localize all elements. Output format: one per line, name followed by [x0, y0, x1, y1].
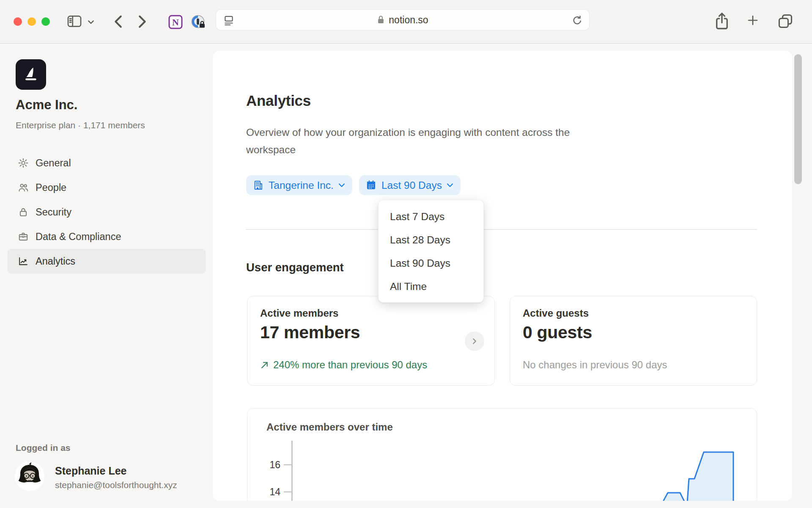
people-icon: [18, 182, 29, 193]
close-window-button[interactable]: [14, 17, 22, 26]
sidebar-item-label: Data & Compliance: [36, 231, 121, 243]
new-tab-icon[interactable]: [746, 14, 760, 27]
section-divider: [246, 229, 757, 230]
page-scrollbar-thumb[interactable]: [794, 54, 802, 184]
onepassword-extension-icon[interactable]: [190, 14, 206, 30]
active-guests-card: Active guests 0 guests No changes in pre…: [510, 296, 757, 386]
logged-in-user-email: stephanie@toolsforthought.xyz: [55, 480, 177, 490]
organization-filter[interactable]: Tangerine Inc.: [246, 175, 352, 195]
page-settings-icon[interactable]: [223, 14, 235, 26]
card-delta: No changes in previous 90 days: [523, 359, 667, 371]
sidebar-item-people[interactable]: People: [8, 175, 206, 200]
briefcase-icon: [18, 231, 29, 242]
refresh-icon[interactable]: [571, 14, 583, 26]
sidebar-item-general[interactable]: General: [8, 151, 206, 175]
lock-icon: [18, 207, 29, 218]
active-members-chart-card: Active members over time 16 14: [247, 408, 757, 501]
card-value: 17 members: [260, 323, 360, 342]
calendar-icon: [365, 179, 377, 191]
zoom-window-button[interactable]: [41, 17, 50, 26]
gear-icon: [18, 157, 29, 168]
card-value: 0 guests: [523, 323, 592, 342]
tls-lock-icon: [377, 15, 385, 25]
date-range-filter-label: Last 90 Days: [381, 179, 442, 191]
y-tick-16: 16: [269, 459, 280, 470]
url-text: notion.so: [389, 14, 428, 26]
sidebar-item-data-compliance[interactable]: Data & Compliance: [8, 224, 206, 249]
card-delta: 240% more than previous 90 days: [260, 359, 427, 371]
date-range-filter[interactable]: Last 90 Days: [359, 175, 461, 195]
active-members-line-chart: 16 14: [247, 409, 757, 501]
notion-settings-page: Acme Inc. Enterprise plan · 1,171 member…: [0, 44, 812, 508]
card-chevron-right-button[interactable]: [465, 331, 484, 351]
workspace-plan-line: Enterprise plan · 1,171 members: [16, 120, 145, 130]
safari-window: N: [0, 0, 812, 508]
trend-up-icon: [260, 361, 269, 370]
sidebar-item-label: Security: [36, 207, 71, 218]
line-chart-icon: [18, 256, 29, 267]
chevron-down-icon: [447, 183, 453, 188]
sidebar-toggle-icon[interactable]: [66, 13, 83, 30]
workspace-logo: [16, 59, 46, 90]
workspace-name: Acme Inc.: [16, 97, 77, 113]
dropdown-item-last-7-days[interactable]: Last 7 Days: [379, 205, 483, 228]
share-icon[interactable]: [713, 11, 731, 31]
forward-button[interactable]: [132, 12, 151, 31]
sidebar-item-label: General: [36, 157, 71, 169]
page-title: Analytics: [246, 92, 311, 109]
dropdown-item-all-time[interactable]: All Time: [379, 275, 483, 298]
user-engagement-heading: User engagement: [246, 261, 344, 274]
dropdown-item-last-90-days[interactable]: Last 90 Days: [379, 251, 483, 275]
avatar: [15, 461, 44, 491]
back-button[interactable]: [109, 12, 129, 31]
sidebar-nav: General People: [8, 151, 206, 273]
logged-in-label: Logged in as: [16, 443, 71, 453]
toolbar-chevron-down-icon[interactable]: [87, 18, 95, 26]
y-tick-14: 14: [269, 486, 280, 497]
notion-extension-icon[interactable]: N: [167, 14, 184, 30]
tab-overview-icon[interactable]: [776, 11, 794, 31]
filter-bar: Tangerine Inc. Last 90 Days: [246, 175, 461, 195]
minimize-window-button[interactable]: [27, 17, 36, 26]
sidebar-item-analytics[interactable]: Analytics: [8, 249, 206, 273]
dropdown-item-last-28-days[interactable]: Last 28 Days: [379, 228, 483, 251]
svg-text:N: N: [172, 17, 179, 28]
sidebar-item-label: People: [36, 182, 66, 193]
main-panel: Analytics Overview of how your organizat…: [213, 51, 792, 501]
organization-filter-label: Tangerine Inc.: [269, 179, 334, 191]
sailboat-icon: [22, 65, 40, 84]
logged-in-user-name: Stephanie Lee: [55, 465, 127, 477]
page-description: Overview of how your organization is eng…: [246, 124, 618, 158]
browser-toolbar: N: [0, 0, 812, 44]
card-label: Active members: [260, 307, 338, 319]
building-icon: [252, 179, 264, 191]
date-range-dropdown: Last 7 Days Last 28 Days Last 90 Days Al…: [378, 200, 484, 303]
card-label: Active guests: [523, 307, 589, 319]
address-bar[interactable]: notion.so: [216, 9, 590, 30]
chevron-down-icon: [338, 183, 345, 188]
active-members-card: Active members 17 members 240% more than…: [247, 296, 495, 386]
sidebar-item-label: Analytics: [36, 256, 75, 267]
sidebar-item-security[interactable]: Security: [8, 200, 206, 224]
